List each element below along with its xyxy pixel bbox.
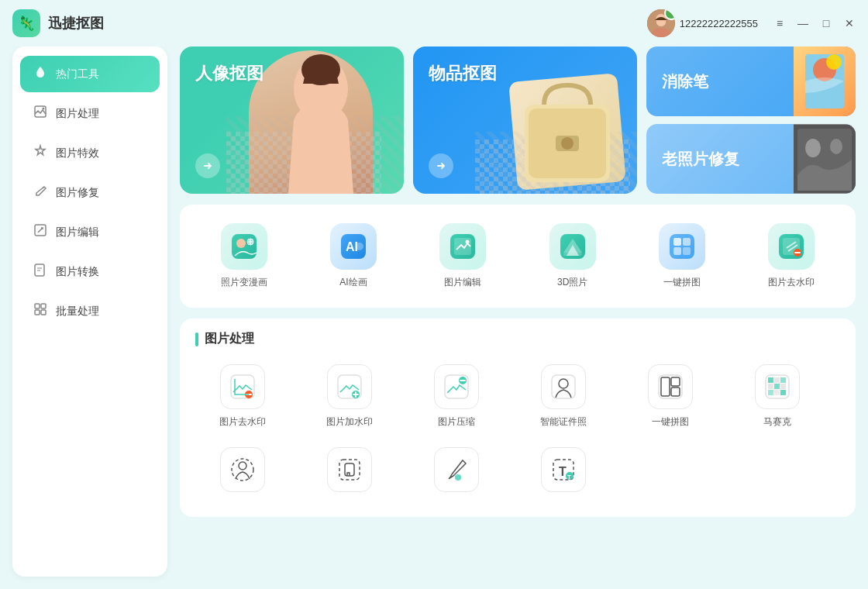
tool-ai-paint[interactable]: AI AI绘画 bbox=[321, 217, 386, 295]
close-button[interactable]: ✕ bbox=[843, 17, 856, 29]
tool-ai-paint-icon: AI bbox=[330, 223, 377, 270]
img-tool-id-photo-label: 智能证件照 bbox=[540, 415, 587, 429]
banner-photo-restore-image bbox=[794, 124, 856, 194]
svg-point-72 bbox=[239, 462, 246, 470]
svg-point-38 bbox=[466, 240, 470, 244]
banner-portrait-title: 人像抠图 bbox=[195, 62, 264, 85]
img-tool-id-photo[interactable]: 智能证件照 bbox=[513, 358, 614, 435]
svg-rect-10 bbox=[41, 304, 46, 308]
svg-point-21 bbox=[561, 137, 574, 150]
tool-3d-photo[interactable]: 3D照片 bbox=[540, 217, 605, 295]
main-layout: 热门工具 图片处理 图片特效 图片修复 图片编辑 bbox=[0, 46, 868, 589]
banner-object-title: 物品抠图 bbox=[429, 62, 497, 85]
svg-rect-65 bbox=[768, 384, 773, 389]
sidebar-item-img-process[interactable]: 图片处理 bbox=[20, 95, 160, 132]
sidebar-item-img-repair[interactable]: 图片修复 bbox=[20, 174, 160, 211]
sidebar: 热门工具 图片处理 图片特效 图片修复 图片编辑 bbox=[12, 46, 167, 577]
img-tool-mosaic-icon bbox=[755, 364, 800, 409]
img-tool-remove-watermark-icon bbox=[220, 364, 265, 409]
img-tool-one-click-collage-label: 一键拼图 bbox=[652, 415, 689, 429]
img-tool-remove-watermark[interactable]: 图片去水印 bbox=[192, 358, 293, 435]
svg-rect-62 bbox=[768, 377, 773, 383]
img-tool-mosaic[interactable]: 马赛克 bbox=[727, 358, 828, 435]
section-bar bbox=[195, 332, 198, 346]
img-tool-add-watermark-icon bbox=[327, 364, 372, 409]
img-tool-text-icon: T T bbox=[541, 447, 586, 492]
section-title: 图片处理 bbox=[205, 331, 254, 347]
batch-process-icon bbox=[33, 302, 48, 320]
banner-object-btn[interactable] bbox=[429, 153, 453, 178]
img-tool-empty-2 bbox=[727, 441, 828, 505]
banner-eraser[interactable]: 消除笔 bbox=[646, 46, 856, 116]
img-tool-id-photo-icon bbox=[541, 364, 586, 409]
svg-point-31 bbox=[236, 239, 246, 248]
img-tool-brush-icon bbox=[434, 447, 479, 492]
user-info[interactable]: 12222222222555 bbox=[647, 9, 758, 37]
img-tool-object-cut[interactable] bbox=[299, 441, 400, 505]
svg-point-6 bbox=[43, 108, 45, 110]
svg-rect-11 bbox=[35, 310, 40, 315]
img-tool-mosaic-label: 马赛克 bbox=[763, 415, 791, 429]
img-tool-text[interactable]: T T bbox=[513, 441, 614, 505]
img-repair-icon bbox=[33, 184, 48, 202]
banner-object[interactable]: 物品抠图 bbox=[413, 46, 637, 194]
user-avatar bbox=[647, 9, 675, 37]
svg-rect-57 bbox=[659, 375, 682, 398]
svg-rect-60 bbox=[671, 388, 680, 396]
banner-portrait-btn[interactable] bbox=[195, 153, 220, 178]
banner-photo-restore-title: 老照片修复 bbox=[646, 149, 794, 170]
tool-collage[interactable]: 一键拼图 bbox=[649, 217, 715, 295]
img-tool-brush[interactable] bbox=[406, 441, 507, 505]
menu-button[interactable]: ≡ bbox=[773, 17, 786, 29]
img-tool-remove-watermark-label: 图片去水印 bbox=[219, 415, 266, 429]
logo-icon: 🦎 bbox=[18, 15, 35, 32]
tool-remove-watermark-label: 图片去水印 bbox=[768, 276, 815, 289]
img-tools-row-2: T T bbox=[192, 441, 843, 505]
img-edit-icon bbox=[33, 223, 48, 241]
tools-row: 照片变漫画 AI AI绘画 bbox=[192, 217, 843, 295]
banner-eraser-title: 消除笔 bbox=[646, 71, 794, 92]
bag-decoration bbox=[513, 70, 622, 186]
tool-photo-manga-icon bbox=[221, 223, 267, 270]
tool-img-edit[interactable]: 图片编辑 bbox=[430, 217, 495, 295]
banner-photo-restore[interactable]: 老照片修复 bbox=[646, 124, 856, 194]
sidebar-label-img-effects: 图片特效 bbox=[56, 146, 99, 160]
section-header: 图片处理 bbox=[192, 331, 843, 347]
svg-point-25 bbox=[826, 54, 842, 70]
sidebar-item-hot-tools[interactable]: 热门工具 bbox=[20, 56, 160, 92]
sidebar-item-img-convert[interactable]: 图片转换 bbox=[20, 253, 160, 290]
svg-point-28 bbox=[805, 139, 821, 157]
banner-row: 人像抠图 物品抠图 bbox=[180, 46, 856, 194]
svg-rect-64 bbox=[780, 377, 786, 383]
img-process-icon bbox=[33, 105, 48, 122]
svg-rect-43 bbox=[683, 238, 691, 246]
svg-rect-41 bbox=[670, 234, 694, 259]
svg-rect-12 bbox=[41, 310, 46, 315]
sidebar-label-hot-tools: 热门工具 bbox=[56, 67, 99, 81]
window-controls: ≡ — □ ✕ bbox=[773, 17, 856, 29]
img-tool-add-watermark[interactable]: 图片加水印 bbox=[299, 358, 400, 435]
tool-photo-manga[interactable]: 照片变漫画 bbox=[212, 217, 277, 295]
banner-portrait[interactable]: 人像抠图 bbox=[180, 46, 404, 194]
content-area: 人像抠图 物品抠图 bbox=[174, 46, 868, 589]
sidebar-label-batch-process: 批量处理 bbox=[56, 305, 99, 319]
img-tool-one-click-collage[interactable]: 一键拼图 bbox=[620, 358, 721, 435]
sidebar-item-img-effects[interactable]: 图片特效 bbox=[20, 135, 160, 171]
sidebar-item-batch-process[interactable]: 批量处理 bbox=[20, 293, 160, 329]
img-tool-portrait-cut[interactable] bbox=[192, 441, 293, 505]
img-tool-add-watermark-label: 图片加水印 bbox=[326, 415, 373, 429]
maximize-button[interactable]: □ bbox=[820, 17, 832, 29]
app-logo: 🦎 bbox=[12, 9, 40, 37]
sidebar-item-img-edit[interactable]: 图片编辑 bbox=[20, 214, 160, 250]
svg-rect-63 bbox=[774, 377, 780, 383]
svg-rect-44 bbox=[673, 247, 681, 255]
svg-rect-59 bbox=[671, 377, 680, 386]
portrait-decoration bbox=[260, 46, 381, 194]
svg-rect-40 bbox=[563, 253, 582, 256]
tool-remove-watermark[interactable]: 图片去水印 bbox=[759, 217, 824, 295]
sidebar-label-img-edit: 图片编辑 bbox=[56, 226, 99, 239]
minimize-button[interactable]: — bbox=[797, 17, 809, 29]
sidebar-label-img-repair: 图片修复 bbox=[56, 186, 99, 200]
svg-point-56 bbox=[559, 379, 568, 388]
img-tool-compress[interactable]: 图片压缩 bbox=[406, 358, 507, 435]
